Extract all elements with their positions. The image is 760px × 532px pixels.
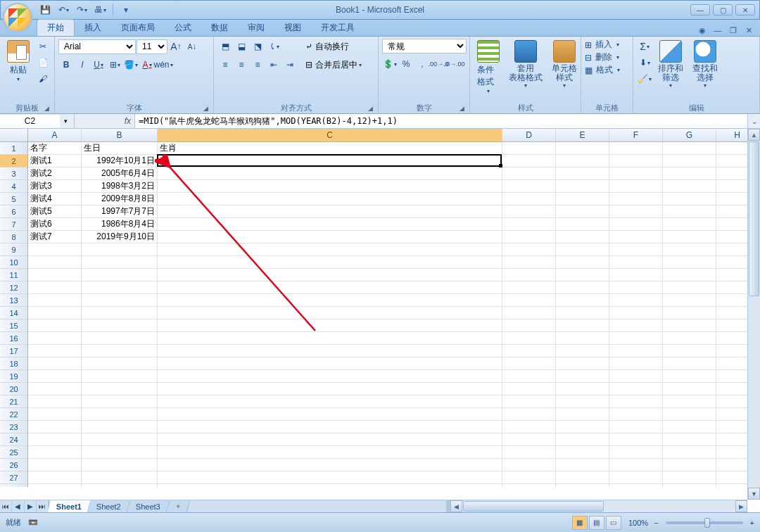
- cell-F21[interactable]: [609, 395, 663, 407]
- column-header-G[interactable]: G: [663, 129, 716, 141]
- align-center-button[interactable]: ≡: [234, 57, 249, 72]
- find-select-button[interactable]: 查找和 选择▾: [689, 39, 721, 90]
- cell-D9[interactable]: [502, 243, 556, 255]
- cell-G28[interactable]: [663, 484, 716, 487]
- cell-D14[interactable]: [502, 307, 556, 319]
- zoom-slider-thumb[interactable]: [704, 518, 710, 528]
- cell-G9[interactable]: [663, 243, 716, 255]
- close-button[interactable]: ✕: [735, 4, 755, 15]
- cell-D15[interactable]: [502, 319, 556, 331]
- cell-C18[interactable]: [158, 357, 502, 369]
- column-header-F[interactable]: F: [609, 129, 663, 141]
- cell-G11[interactable]: [663, 269, 716, 281]
- row-header[interactable]: 22: [0, 408, 27, 421]
- cell-F8[interactable]: [609, 231, 663, 243]
- cell-D2[interactable]: [502, 155, 556, 167]
- zoom-slider[interactable]: [666, 521, 743, 524]
- cell-G27[interactable]: [663, 471, 716, 483]
- cell-F24[interactable]: [609, 433, 663, 445]
- cell-D28[interactable]: [502, 484, 556, 487]
- tab-pagelayout[interactable]: 页面布局: [111, 20, 165, 36]
- tab-review[interactable]: 审阅: [238, 20, 274, 36]
- row-header[interactable]: 1: [0, 142, 27, 155]
- cell-D21[interactable]: [502, 395, 556, 407]
- table-style-button[interactable]: 套用 表格格式▾: [505, 39, 546, 90]
- row-header[interactable]: 25: [0, 446, 27, 459]
- cell-G5[interactable]: [663, 193, 716, 205]
- cell-D10[interactable]: [502, 256, 556, 268]
- cell-C22[interactable]: [158, 408, 502, 420]
- paste-button[interactable]: 粘贴▾: [4, 39, 33, 84]
- cell-F3[interactable]: [609, 167, 663, 179]
- cell-A9[interactable]: [28, 243, 82, 255]
- cell-A13[interactable]: [28, 294, 82, 306]
- cell-G18[interactable]: [663, 357, 716, 369]
- doc-restore-button[interactable]: ❐: [728, 25, 739, 36]
- doc-minimize-button[interactable]: —: [712, 25, 723, 36]
- font-name-select[interactable]: Arial: [58, 39, 136, 54]
- wrap-text-button[interactable]: ⤶自动换行: [303, 39, 365, 54]
- row-header[interactable]: 23: [0, 421, 27, 433]
- cell-E13[interactable]: [556, 294, 609, 306]
- scroll-thumb-vertical[interactable]: [749, 141, 759, 296]
- cell-A16[interactable]: [28, 332, 82, 344]
- column-header-A[interactable]: A: [28, 129, 82, 141]
- row-header[interactable]: 14: [0, 307, 27, 319]
- cell-D5[interactable]: [502, 193, 556, 205]
- cell-F22[interactable]: [609, 408, 663, 420]
- cell-D23[interactable]: [502, 421, 556, 433]
- cell-E15[interactable]: [556, 319, 609, 331]
- cell-B18[interactable]: [82, 357, 158, 369]
- cell-G21[interactable]: [663, 395, 716, 407]
- cell-G20[interactable]: [663, 383, 716, 395]
- currency-button[interactable]: 💲: [382, 56, 398, 72]
- row-header[interactable]: 4: [0, 180, 27, 193]
- cell-E9[interactable]: [556, 243, 609, 255]
- tab-insert[interactable]: 插入: [75, 20, 111, 36]
- align-bottom-button[interactable]: ⬔: [250, 39, 265, 54]
- row-header[interactable]: 7: [0, 218, 27, 231]
- cell-B28[interactable]: [82, 484, 158, 487]
- cell-E5[interactable]: [556, 193, 609, 205]
- macro-record-button[interactable]: 📼: [28, 518, 38, 527]
- cell-B8[interactable]: 2019年9月10日: [82, 231, 158, 243]
- row-header[interactable]: 28: [0, 484, 27, 487]
- cell-E27[interactable]: [556, 471, 609, 483]
- sheet-nav-prev[interactable]: ◀: [12, 500, 24, 512]
- cell-G16[interactable]: [663, 332, 716, 344]
- border-button[interactable]: ⊞: [107, 57, 122, 72]
- maximize-button[interactable]: ▢: [713, 4, 733, 15]
- format-cells-button[interactable]: ▦ 格式 ▾: [585, 64, 620, 76]
- select-all-corner[interactable]: [0, 129, 28, 141]
- merge-center-button[interactable]: ⊟合并后居中: [303, 57, 365, 72]
- help-button[interactable]: ◉: [697, 25, 708, 36]
- scroll-up-button[interactable]: ▲: [748, 129, 760, 141]
- cell-D17[interactable]: [502, 345, 556, 357]
- align-left-button[interactable]: ≡: [217, 57, 233, 72]
- name-box[interactable]: [0, 115, 60, 128]
- cell-C7[interactable]: [158, 218, 502, 230]
- cell-F9[interactable]: [609, 243, 663, 255]
- cell-G13[interactable]: [663, 294, 716, 306]
- tab-data[interactable]: 数据: [201, 20, 238, 36]
- minimize-button[interactable]: —: [690, 4, 710, 15]
- cell-A14[interactable]: [28, 307, 82, 319]
- cell-B21[interactable]: [82, 395, 158, 407]
- cell-C12[interactable]: [158, 281, 502, 293]
- cell-B27[interactable]: [82, 471, 158, 483]
- cell-G17[interactable]: [663, 345, 716, 357]
- cell-F5[interactable]: [609, 193, 663, 205]
- cell-B5[interactable]: 2009年8月8日: [82, 193, 158, 205]
- cell-F25[interactable]: [609, 446, 663, 458]
- cell-F27[interactable]: [609, 471, 663, 483]
- cell-A8[interactable]: 测试7: [28, 231, 82, 243]
- cell-A6[interactable]: 测试5: [28, 205, 82, 217]
- cell-C28[interactable]: [158, 484, 502, 487]
- cell-E22[interactable]: [556, 408, 609, 420]
- cell-B24[interactable]: [82, 433, 158, 445]
- cell-F4[interactable]: [609, 180, 663, 192]
- row-header[interactable]: 5: [0, 193, 27, 205]
- cell-C11[interactable]: [158, 269, 502, 281]
- cell-F15[interactable]: [609, 319, 663, 331]
- number-launcher[interactable]: ◢: [457, 105, 466, 113]
